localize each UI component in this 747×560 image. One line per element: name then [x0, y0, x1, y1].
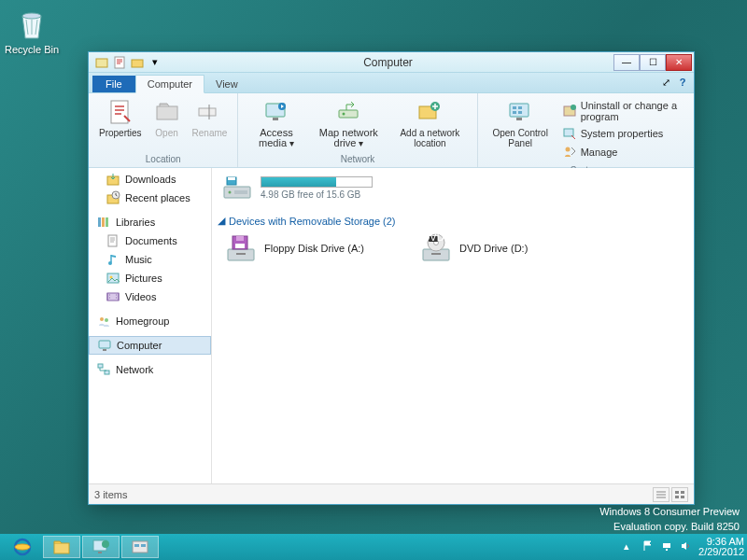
- access-media-button[interactable]: Access media ▾: [244, 95, 308, 151]
- taskbar-ie[interactable]: [4, 536, 41, 558]
- svg-rect-28: [102, 217, 105, 227]
- manage-link[interactable]: Manage: [559, 144, 686, 161]
- computer-icon: [97, 338, 112, 353]
- svg-point-31: [108, 261, 112, 265]
- nav-downloads[interactable]: Downloads: [89, 170, 211, 189]
- control-panel-button[interactable]: Open Control Panel: [484, 95, 557, 151]
- add-location-icon: [416, 98, 444, 126]
- nav-videos[interactable]: Videos: [89, 287, 211, 306]
- svg-rect-15: [513, 106, 516, 109]
- system-tray: ▴ 9:36 AM 2/29/2012: [624, 537, 744, 557]
- tray-network-icon[interactable]: [661, 540, 674, 553]
- tray-sound-icon[interactable]: [680, 540, 693, 553]
- svg-rect-19: [516, 118, 522, 120]
- music-icon: [106, 252, 120, 267]
- taskbar-explorer[interactable]: [43, 536, 80, 558]
- svg-rect-58: [681, 491, 684, 494]
- hard-drive-item[interactable]: 4.98 GB free of 15.6 GB: [218, 168, 688, 207]
- svg-rect-8: [273, 118, 278, 120]
- maximize-button[interactable]: ☐: [640, 54, 666, 71]
- homegroup-icon: [96, 314, 111, 329]
- add-network-location-button[interactable]: Add a network location: [388, 95, 471, 151]
- svg-point-42: [229, 191, 232, 194]
- svg-rect-30: [108, 235, 117, 246]
- ribbon-expand-icon[interactable]: ⤢: [658, 75, 673, 90]
- content-pane: 4.98 GB free of 15.6 GB ◢ Devices with R…: [212, 168, 694, 483]
- svg-rect-29: [106, 217, 108, 227]
- removable-section-header[interactable]: ◢ Devices with Removable Storage (2): [218, 215, 688, 227]
- svg-rect-40: [105, 371, 109, 374]
- nav-pictures[interactable]: Pictures: [89, 269, 211, 287]
- nav-documents[interactable]: Documents: [89, 231, 211, 250]
- floppy-drive-item[interactable]: Floppy Disk Drive (A:): [225, 232, 364, 264]
- status-bar: 3 items: [89, 483, 694, 504]
- nav-music[interactable]: Music: [89, 250, 211, 269]
- nav-libraries[interactable]: Libraries: [89, 213, 211, 231]
- properties-button[interactable]: Properties: [94, 95, 147, 141]
- svg-rect-17: [513, 111, 516, 114]
- svg-rect-71: [666, 549, 668, 551]
- recent-icon: [106, 190, 120, 205]
- taskbar: ▴ 9:36 AM 2/29/2012: [0, 534, 747, 560]
- tray-clock[interactable]: 9:36 AM 2/29/2012: [698, 537, 744, 557]
- close-button[interactable]: ✕: [666, 54, 692, 71]
- recycle-bin[interactable]: Recycle Bin: [5, 5, 59, 55]
- tiles-view-button[interactable]: [671, 487, 688, 502]
- item-count: 3 items: [94, 489, 127, 500]
- svg-rect-5: [157, 106, 177, 119]
- svg-point-23: [565, 147, 570, 152]
- svg-rect-47: [236, 253, 246, 255]
- ribbon: Properties Open Rename Location Access m…: [89, 93, 694, 168]
- rename-button[interactable]: Rename: [188, 95, 233, 141]
- taskbar-app-1[interactable]: [82, 536, 120, 558]
- network-drive-icon: [334, 98, 362, 126]
- details-view-button[interactable]: [653, 487, 669, 502]
- titlebar[interactable]: ▾ Computer — ☐ ✕: [89, 52, 694, 73]
- nav-recent[interactable]: Recent places: [89, 189, 211, 207]
- map-drive-button[interactable]: Map network drive ▾: [309, 95, 389, 151]
- dvd-icon: DVD: [420, 232, 452, 264]
- uninstall-link[interactable]: Uninstall or change a program: [559, 99, 686, 123]
- svg-point-36: [105, 318, 108, 322]
- svg-point-0: [22, 13, 41, 19]
- svg-rect-14: [510, 104, 529, 117]
- properties-icon: [106, 98, 134, 126]
- svg-rect-18: [518, 111, 522, 114]
- uninstall-icon: [562, 104, 577, 119]
- pictures-icon: [106, 271, 120, 286]
- svg-rect-57: [675, 491, 679, 494]
- view-tab[interactable]: View: [204, 76, 249, 92]
- svg-point-62: [15, 544, 30, 550]
- svg-rect-6: [199, 108, 216, 116]
- system-properties-link[interactable]: System properties: [559, 125, 686, 142]
- nav-computer[interactable]: Computer: [89, 336, 211, 355]
- taskbar-app-2[interactable]: [121, 536, 159, 558]
- svg-rect-50: [235, 244, 245, 248]
- minimize-button[interactable]: —: [613, 54, 640, 71]
- dvd-drive-item[interactable]: DVD DVD Drive (D:): [420, 232, 528, 264]
- computer-tab[interactable]: Computer: [135, 75, 204, 93]
- file-tab[interactable]: File: [92, 76, 135, 92]
- nav-network[interactable]: Network: [89, 360, 211, 379]
- svg-rect-65: [98, 552, 102, 553]
- qat-properties-icon[interactable]: [112, 55, 127, 70]
- qat-dropdown-icon[interactable]: ▾: [148, 55, 162, 70]
- tray-up-icon[interactable]: ▴: [624, 540, 637, 553]
- svg-rect-3: [132, 60, 143, 67]
- tray-flag-icon[interactable]: [642, 540, 655, 553]
- qat-app-icon[interactable]: [94, 55, 109, 70]
- recycle-bin-icon: [13, 5, 50, 42]
- svg-rect-69: [141, 544, 146, 547]
- ribbon-tabs: File Computer View ⤢ ?: [89, 73, 694, 93]
- svg-rect-39: [98, 364, 103, 368]
- open-button[interactable]: Open: [147, 95, 188, 141]
- nav-homegroup[interactable]: Homegroup: [89, 312, 211, 330]
- help-icon[interactable]: ?: [675, 75, 690, 90]
- svg-rect-68: [134, 544, 139, 547]
- svg-rect-60: [681, 496, 684, 498]
- navigation-pane: Downloads Recent places Libraries Docume…: [89, 168, 212, 483]
- collapse-icon: ◢: [218, 215, 225, 227]
- qat-new-folder-icon[interactable]: [130, 55, 145, 70]
- svg-rect-45: [228, 177, 235, 180]
- svg-rect-70: [663, 543, 670, 548]
